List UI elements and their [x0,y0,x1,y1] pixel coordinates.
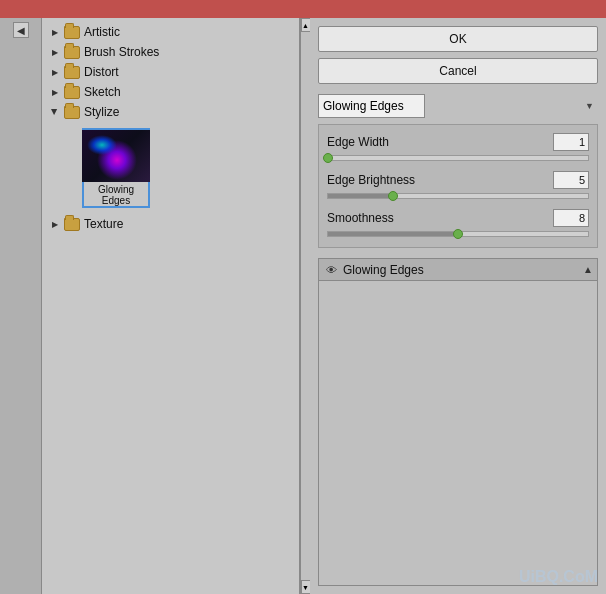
edge-width-control: Edge Width [327,133,589,163]
preview-content [319,281,597,585]
effect-dropdown-row: Glowing Edges [318,94,598,118]
preview-collapse-icon[interactable]: ▲ [583,264,593,275]
effect-dropdown[interactable]: Glowing Edges [318,94,425,118]
folder-icon-sketch [64,86,80,99]
scroll-down-button[interactable]: ▼ [301,580,311,594]
arrow-sketch: ▶ [48,85,62,99]
left-strip: ◀ [0,18,42,594]
controls-area: Edge Width Edge Brightness [318,124,598,248]
arrow-stylize: ▶ [48,105,62,119]
edge-brightness-label: Edge Brightness [327,173,415,187]
arrow-distort: ▶ [48,65,62,79]
edge-brightness-slider-fill [328,194,393,198]
arrow-brush-strokes: ▶ [48,45,62,59]
edge-brightness-control: Edge Brightness [327,171,589,201]
thumb-img-glowing-edges [82,130,150,182]
effect-dropdown-wrapper: Glowing Edges [318,94,598,118]
arrow-texture: ▶ [48,217,62,231]
tree-item-texture[interactable]: ▶ Texture [42,214,299,234]
preview-panel: 👁 Glowing Edges ▲ [318,258,598,586]
tree-label-stylize: Stylize [84,105,119,119]
thumbnail-container: Glowing Edges [72,122,299,214]
smoothness-value[interactable] [553,209,589,227]
folder-icon-artistic [64,26,80,39]
folder-icon-brush-strokes [64,46,80,59]
thumb-glowing-edges[interactable]: Glowing Edges [82,128,150,208]
preview-header: 👁 Glowing Edges ▲ [319,259,597,281]
tree-item-sketch[interactable]: ▶ Sketch [42,82,299,102]
eye-icon[interactable]: 👁 [323,264,339,276]
tree-item-artistic[interactable]: ▶ Artistic [42,22,299,42]
edge-brightness-slider-track [327,193,589,199]
filter-panel: ▶ Artistic ▶ Brush Strokes ▶ Distort ▶ S… [42,18,300,594]
main-layout: ◀ ▶ Artistic ▶ Brush Strokes ▶ Distort [0,18,606,594]
edge-width-slider-track [327,155,589,161]
tree-label-texture: Texture [84,217,123,231]
folder-icon-stylize [64,106,80,119]
edge-width-header: Edge Width [327,133,589,151]
tree-item-stylize[interactable]: ▶ Stylize [42,102,299,122]
scroll-track [301,32,311,580]
stylize-children: Glowing Edges [42,122,299,214]
tree-label-artistic: Artistic [84,25,120,39]
folder-icon-distort [64,66,80,79]
smoothness-slider-track [327,231,589,237]
filter-tree: ▶ Artistic ▶ Brush Strokes ▶ Distort ▶ S… [42,18,299,594]
edge-brightness-value[interactable] [553,171,589,189]
tree-label-brush-strokes: Brush Strokes [84,45,159,59]
smoothness-header: Smoothness [327,209,589,227]
ok-button[interactable]: OK [318,26,598,52]
folder-icon-texture [64,218,80,231]
top-bar [0,0,606,18]
edge-brightness-header: Edge Brightness [327,171,589,189]
right-panel: OK Cancel Glowing Edges Edge Width [310,18,606,594]
tree-item-brush-strokes[interactable]: ▶ Brush Strokes [42,42,299,62]
cancel-button[interactable]: Cancel [318,58,598,84]
arrow-artistic: ▶ [48,25,62,39]
edge-width-slider-thumb[interactable] [323,153,333,163]
preview-title: Glowing Edges [343,263,579,277]
smoothness-slider-thumb[interactable] [453,229,463,239]
smoothness-slider-fill [328,232,458,236]
tree-label-sketch: Sketch [84,85,121,99]
filter-panel-scrollbar[interactable]: ▲ ▼ [300,18,310,594]
scroll-up-button[interactable]: ▲ [301,18,311,32]
thumb-glow-effect [82,130,150,182]
tree-label-distort: Distort [84,65,119,79]
panel-collapse-button[interactable]: ◀ [13,22,29,38]
edge-brightness-slider-thumb[interactable] [388,191,398,201]
thumb-label-glowing-edges: Glowing Edges [84,184,148,206]
collapse-icon: ◀ [17,25,25,36]
smoothness-control: Smoothness [327,209,589,239]
edge-width-value[interactable] [553,133,589,151]
edge-width-label: Edge Width [327,135,389,149]
smoothness-label: Smoothness [327,211,394,225]
tree-item-distort[interactable]: ▶ Distort [42,62,299,82]
